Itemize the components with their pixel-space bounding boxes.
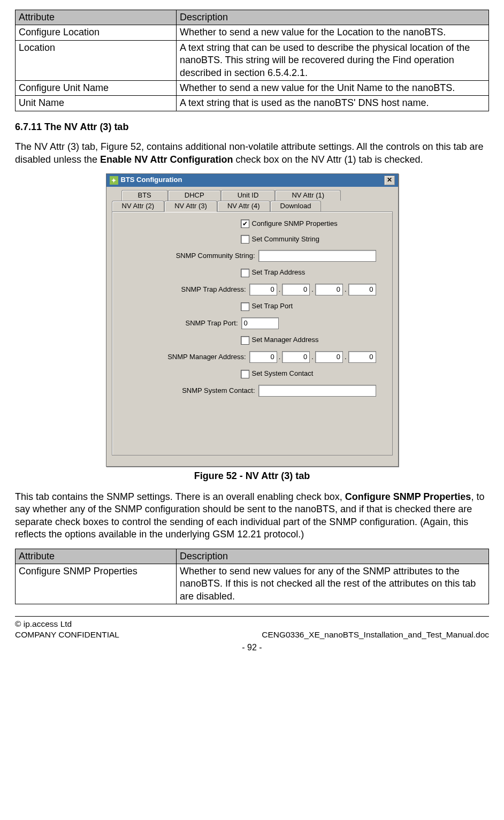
snmp-trap-address-input[interactable]: 0. 0. 0. 0: [249, 284, 376, 295]
table-header: Description: [176, 10, 488, 25]
dialog-titlebar: ✦ BTS Configuration ✕: [106, 174, 398, 187]
ip-octet[interactable]: 0: [315, 284, 343, 295]
page-number: - 92 -: [15, 642, 489, 654]
figure-caption: Figure 52 - NV Attr (3) tab: [15, 470, 489, 482]
table-row: Location A text string that can be used …: [16, 40, 489, 80]
tab-strip: BTS DHCP Unit ID NV Attr (1) NV Attr (2)…: [112, 190, 393, 455]
dot-icon: .: [278, 353, 281, 362]
dot-icon: .: [311, 353, 314, 362]
snmp-system-contact-input[interactable]: [258, 385, 376, 397]
table-row: Configure SNMP Properties Whether to sen…: [16, 564, 489, 604]
figure: ✦ BTS Configuration ✕ BTS DHCP Unit ID N…: [15, 173, 489, 467]
footer-copyright: © ip.access Ltd: [15, 619, 119, 629]
page-footer: © ip.access Ltd COMPANY CONFIDENTIAL CEN…: [15, 619, 489, 640]
tab-bts[interactable]: BTS: [121, 190, 168, 201]
checkbox-set-manager-address[interactable]: [241, 336, 249, 345]
ip-octet[interactable]: 0: [249, 351, 277, 363]
checkbox-label: Set Trap Port: [252, 302, 293, 311]
dialog-bts-configuration: ✦ BTS Configuration ✕ BTS DHCP Unit ID N…: [106, 173, 399, 467]
cell: Whether to send a new value for the Loca…: [176, 25, 488, 40]
field-label: SNMP Manager Address:: [131, 353, 246, 362]
ip-octet[interactable]: 0: [348, 351, 376, 363]
snmp-trap-port-input[interactable]: 0: [241, 317, 279, 329]
table-attributes-2: Attribute Description Configure SNMP Pro…: [15, 549, 489, 605]
field-label: SNMP System Contact:: [140, 386, 255, 396]
tab-panel: ✔ Configure SNMP Properties Set Communit…: [112, 211, 393, 455]
checkbox-label: Set System Contact: [252, 369, 314, 378]
cell: Whether to send new values for any of th…: [176, 564, 488, 604]
footer-confidential: COMPANY CONFIDENTIAL: [15, 629, 119, 640]
ip-octet[interactable]: 0: [348, 284, 376, 295]
checkbox-label: Set Trap Address: [252, 268, 306, 277]
dot-icon: .: [311, 285, 314, 294]
checkbox-set-community[interactable]: [241, 235, 249, 244]
text: This tab contains the SNMP settings. The…: [15, 491, 345, 502]
checkbox-label: Set Community String: [252, 235, 319, 244]
cell: Location: [16, 40, 177, 80]
checkbox-configure-snmp[interactable]: ✔: [241, 219, 249, 228]
paragraph: This tab contains the SNMP settings. The…: [15, 491, 489, 541]
section-heading: 6.7.11 The NV Attr (3) tab: [15, 121, 489, 133]
table-attributes-1: Attribute Description Configure Location…: [15, 10, 489, 111]
tab-download[interactable]: Download: [270, 201, 322, 211]
table-row: Configure Location Whether to send a new…: [16, 25, 489, 40]
close-button[interactable]: ✕: [384, 176, 395, 185]
tab-nv-attr-3[interactable]: NV Attr (3): [164, 201, 217, 212]
tab-nv-attr-4[interactable]: NV Attr (4): [217, 201, 270, 211]
cell: Whether to send a new value for the Unit…: [176, 80, 488, 95]
table-row: Unit Name A text string that is used as …: [16, 96, 489, 111]
cell: Unit Name: [16, 96, 177, 111]
checkbox-set-trap-port[interactable]: [241, 302, 249, 311]
checkbox-set-system-contact[interactable]: [241, 370, 249, 378]
text: check box on the NV Attr (1) tab is chec…: [233, 154, 423, 165]
footer-divider: [15, 616, 489, 617]
app-icon: ✦: [110, 176, 118, 185]
ip-octet[interactable]: 0: [249, 284, 277, 295]
dialog-title: BTS Configuration: [121, 176, 182, 185]
text-bold: Enable NV Attr Configuration: [100, 154, 233, 165]
checkbox-label: Configure SNMP Properties: [252, 219, 338, 229]
tab-unit-id[interactable]: Unit ID: [221, 190, 276, 201]
table-header: Attribute: [16, 549, 177, 564]
cell: Configure Unit Name: [16, 80, 177, 95]
tab-nv-attr-1[interactable]: NV Attr (1): [275, 190, 341, 201]
table-header: Attribute: [16, 10, 177, 25]
snmp-community-input[interactable]: [258, 250, 376, 262]
tab-dhcp[interactable]: DHCP: [168, 190, 221, 201]
tab-nv-attr-2[interactable]: NV Attr (2): [112, 201, 165, 211]
cell: A text string that is used as the nanoBT…: [176, 96, 488, 111]
checkbox-set-trap-address[interactable]: [241, 269, 249, 277]
field-label: SNMP Trap Port:: [147, 319, 238, 328]
dot-icon: .: [344, 353, 347, 362]
dot-icon: .: [278, 285, 281, 294]
footer-docref: CENG0336_XE_nanoBTS_Installation_and_Tes…: [262, 629, 489, 640]
cell: A text string that can be used to descri…: [176, 40, 488, 80]
field-label: SNMP Community String:: [140, 252, 255, 261]
text-bold: Configure SNMP Properties: [345, 491, 471, 502]
cell: Configure SNMP Properties: [16, 564, 177, 604]
table-header: Description: [176, 549, 488, 564]
table-row: Configure Unit Name Whether to send a ne…: [16, 80, 489, 95]
snmp-manager-address-input[interactable]: 0. 0. 0. 0: [249, 351, 376, 363]
paragraph: The NV Attr (3) tab, Figure 52, contains…: [15, 141, 489, 166]
dot-icon: .: [344, 285, 347, 294]
checkbox-label: Set Manager Address: [252, 336, 319, 345]
ip-octet[interactable]: 0: [282, 351, 310, 363]
cell: Configure Location: [16, 25, 177, 40]
ip-octet[interactable]: 0: [315, 351, 343, 363]
ip-octet[interactable]: 0: [282, 284, 310, 295]
field-label: SNMP Trap Address:: [131, 285, 246, 294]
